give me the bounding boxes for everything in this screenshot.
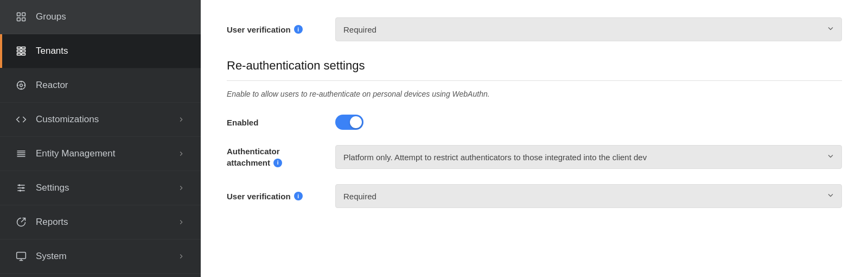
top-user-verification-chevron-icon (826, 24, 835, 35)
reports-icon (15, 216, 27, 228)
settings-icon (15, 182, 27, 194)
svg-rect-5 (22, 47, 25, 49)
reauth-section-title: Re-authentication settings (227, 59, 842, 81)
authenticator-attachment-info-icon[interactable]: i (273, 159, 282, 167)
enabled-toggle[interactable] (335, 115, 363, 130)
chevron-right-icon-5 (177, 252, 186, 261)
main-content: User verification i Required Re-authenti… (201, 0, 868, 277)
sidebar-item-tenants-label: Tenants (36, 46, 186, 56)
toggle-knob (350, 116, 362, 128)
top-user-verification-label: User verification i (227, 25, 335, 34)
authenticator-attachment-chevron-icon (826, 152, 835, 162)
sidebar-item-system-label: System (36, 251, 168, 262)
chevron-right-icon-4 (177, 218, 186, 226)
sidebar-item-entity-management-label: Entity Management (36, 148, 168, 159)
bottom-user-verification-info-icon[interactable]: i (294, 192, 303, 200)
sidebar-item-reactor-label: Reactor (36, 80, 186, 91)
top-user-verification-row: User verification i Required (227, 17, 842, 41)
authenticator-attachment-row: Authenticator attachment i Platform only… (227, 145, 842, 169)
top-user-verification-select[interactable]: Required (335, 17, 842, 41)
sidebar: Groups Tenants Reactor Customizations En… (0, 0, 201, 277)
svg-rect-4 (17, 47, 21, 49)
sidebar-item-groups[interactable]: Groups (0, 0, 201, 34)
sidebar-item-entity-management[interactable]: Entity Management (0, 137, 201, 171)
tenants-icon (15, 45, 27, 57)
svg-rect-9 (22, 53, 25, 55)
sidebar-item-tenants[interactable]: Tenants (0, 34, 201, 68)
enabled-toggle-row: Enabled (227, 115, 842, 130)
svg-point-24 (22, 187, 24, 188)
enabled-label: Enabled (227, 118, 335, 127)
svg-rect-7 (22, 50, 25, 52)
sidebar-item-customizations-label: Customizations (36, 114, 168, 125)
svg-point-10 (20, 84, 23, 87)
customizations-icon (15, 114, 27, 125)
authenticator-attachment-select[interactable]: Platform only. Attempt to restrict authe… (335, 145, 842, 169)
bottom-user-verification-select[interactable]: Required (335, 184, 842, 208)
bottom-user-verification-label: User verification i (227, 192, 335, 201)
sidebar-item-settings-label: Settings (36, 182, 168, 193)
sidebar-item-settings[interactable]: Settings (0, 171, 201, 205)
svg-rect-26 (17, 253, 26, 259)
bottom-user-verification-select-wrapper: Required (335, 184, 842, 208)
svg-point-25 (20, 190, 21, 191)
system-icon (15, 250, 27, 262)
sidebar-item-reactor[interactable]: Reactor (0, 68, 201, 103)
bottom-user-verification-chevron-icon (826, 191, 835, 202)
svg-rect-8 (17, 53, 21, 55)
svg-rect-0 (17, 13, 21, 16)
authenticator-attachment-select-wrapper: Platform only. Attempt to restrict authe… (335, 145, 842, 169)
sidebar-item-groups-label: Groups (36, 11, 186, 22)
reactor-icon (15, 79, 27, 91)
groups-icon (15, 11, 27, 23)
chevron-right-icon (177, 115, 186, 124)
bottom-user-verification-row: User verification i Required (227, 184, 842, 208)
svg-point-23 (18, 184, 20, 186)
sidebar-item-reports[interactable]: Reports (0, 205, 201, 240)
top-user-verification-select-wrapper: Required (335, 17, 842, 41)
top-user-verification-info-icon[interactable]: i (294, 25, 303, 34)
svg-rect-6 (17, 50, 21, 52)
authenticator-attachment-label: Authenticator attachment i (227, 146, 335, 168)
svg-rect-1 (22, 13, 25, 16)
sidebar-item-reports-label: Reports (36, 217, 168, 228)
svg-rect-3 (22, 18, 25, 21)
sidebar-item-customizations[interactable]: Customizations (0, 103, 201, 137)
content-area: User verification i Required Re-authenti… (201, 0, 868, 277)
entity-management-icon (15, 148, 27, 160)
chevron-right-icon-2 (177, 149, 186, 158)
sidebar-item-system[interactable]: System (0, 240, 201, 274)
reauth-section-description: Enable to allow users to re-authenticate… (227, 90, 842, 98)
svg-rect-2 (17, 18, 21, 21)
chevron-right-icon-3 (177, 184, 186, 192)
